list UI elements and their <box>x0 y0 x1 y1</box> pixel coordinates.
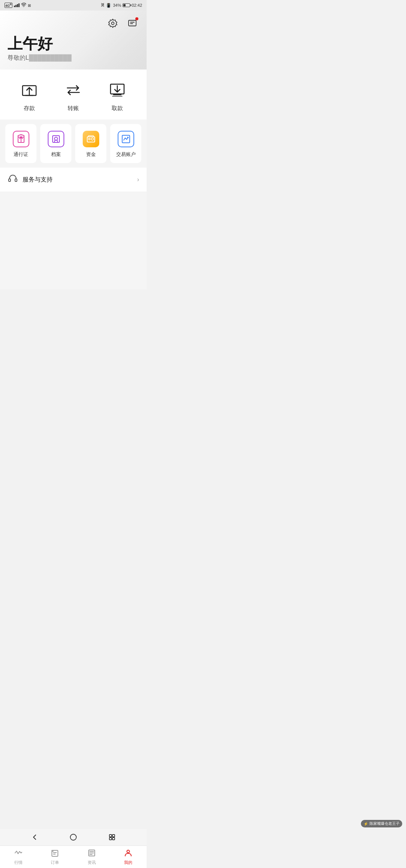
transfer-icon <box>63 80 83 100</box>
trading-icon <box>118 131 134 147</box>
grid-cards-section: 通行证 档案 资金 <box>0 119 147 168</box>
transfer-label: 转账 <box>68 105 79 112</box>
signal-icon <box>14 3 20 7</box>
greeting-sub: 尊敬的L██████████ <box>8 54 139 62</box>
time-display: 02:42 <box>132 3 142 8</box>
status-right: 📳 34% 02:42 <box>101 2 142 8</box>
svg-point-8 <box>55 137 58 140</box>
deposit-icon <box>19 80 39 100</box>
deposit-label: 存款 <box>24 105 35 112</box>
svg-rect-12 <box>9 179 11 181</box>
withdraw-icon <box>107 80 127 100</box>
funds-label: 资金 <box>86 151 96 158</box>
deposit-action[interactable]: 存款 <box>14 80 44 112</box>
main-content: 上午好 尊敬的L██████████ 存款 <box>0 11 147 289</box>
trading-label: 交易账户 <box>116 151 136 158</box>
battery-percent: 34% <box>113 3 121 8</box>
svg-point-10 <box>91 138 94 140</box>
svg-rect-3 <box>129 20 136 26</box>
funds-card[interactable]: 资金 <box>75 124 106 163</box>
pass-label: 通行证 <box>14 151 28 158</box>
pass-icon <box>13 131 29 147</box>
service-left: 服务与支持 <box>8 174 53 186</box>
status-bar: 4GR ⊠ 📳 34% 02:42 <box>0 0 147 11</box>
svg-point-0 <box>23 6 24 7</box>
service-label: 服务与支持 <box>23 176 53 184</box>
quick-actions-row: 存款 转账 <box>0 70 147 119</box>
message-button[interactable] <box>126 17 139 30</box>
message-notification-dot <box>135 17 138 20</box>
header-area: 上午好 尊敬的L██████████ <box>0 11 147 70</box>
greeting-section: 上午好 尊敬的L██████████ <box>8 35 139 62</box>
wifi-icon <box>21 3 26 8</box>
pass-card[interactable]: 通行证 <box>5 124 36 163</box>
top-icons <box>8 17 139 30</box>
archive-label: 档案 <box>51 151 61 158</box>
vibrate-icon: 📳 <box>106 3 111 8</box>
bluetooth-icon <box>101 2 105 8</box>
service-row[interactable]: 服务与支持 › <box>0 168 147 192</box>
archive-card[interactable]: 档案 <box>40 124 71 163</box>
trading-card[interactable]: 交易账户 <box>110 124 141 163</box>
status-left: 4GR ⊠ <box>5 3 31 8</box>
funds-icon <box>83 131 99 147</box>
network-icon: ⊠ <box>28 3 31 8</box>
settings-button[interactable] <box>106 17 120 30</box>
withdraw-action[interactable]: 取款 <box>102 80 132 112</box>
headphone-icon <box>8 174 18 186</box>
svg-rect-13 <box>15 179 17 181</box>
greeting-main: 上午好 <box>8 35 139 53</box>
svg-point-2 <box>112 22 114 25</box>
archive-icon <box>48 131 64 147</box>
transfer-action[interactable]: 转账 <box>58 80 88 112</box>
withdraw-label: 取款 <box>112 105 123 112</box>
carrier-badge: 4GR <box>5 3 12 8</box>
chevron-right-icon: › <box>137 176 139 183</box>
svg-marker-1 <box>109 19 117 27</box>
svg-rect-7 <box>53 136 59 142</box>
battery-icon <box>123 3 130 7</box>
